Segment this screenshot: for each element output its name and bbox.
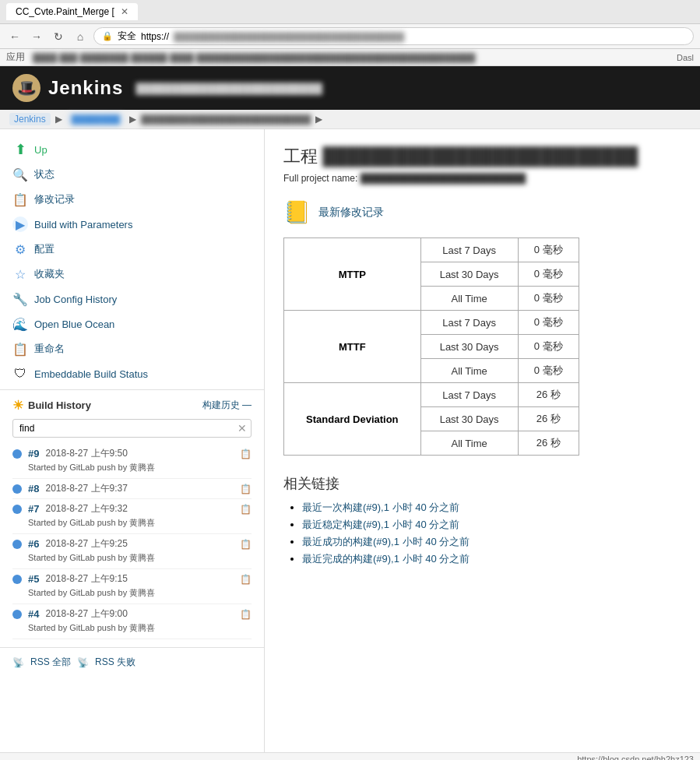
- stddev-30-value: 26 秒: [518, 407, 579, 431]
- jenkins-logo[interactable]: 🎩 Jenkins: [12, 74, 123, 102]
- mttf-7-value: 0 毫秒: [518, 311, 579, 335]
- build-5-link[interactable]: #5: [28, 573, 39, 585]
- sidebar-item-job-config[interactable]: 🔧 Job Config History: [0, 287, 264, 311]
- build-history-sun-icon: ☀: [12, 398, 23, 413]
- tab-close-button[interactable]: ✕: [121, 6, 128, 17]
- status-bar: https://blog.csdn.net/hh2hz123: [0, 752, 700, 760]
- build-9-status-dot: [12, 449, 22, 459]
- build-5-sub: Started by GitLab push by 黄腾喜: [12, 586, 252, 600]
- build-9-date: 2018-8-27 上午9:50: [45, 447, 234, 460]
- build-params-icon: ▶: [12, 216, 28, 232]
- build-7-status-dot: [12, 505, 22, 514]
- table-row-mttf-7: MTTF Last 7 Days 0 毫秒: [284, 311, 579, 335]
- home-button[interactable]: ⌂: [72, 28, 89, 45]
- sidebar-item-changes[interactable]: 📋 修改记录: [0, 187, 264, 212]
- related-link-1[interactable]: 最近一次构建(#9),1 小时 40 分之前: [302, 501, 459, 513]
- build-7-icon[interactable]: 📋: [240, 504, 252, 515]
- build-item-9-row: #9 2018-8-27 上午9:50 📋: [12, 447, 252, 460]
- address-bar[interactable]: 🔒 安全 https:// ██████████████████████████…: [93, 27, 694, 45]
- sidebar-item-embeddable[interactable]: 🛡 Embeddable Build Status: [0, 361, 264, 386]
- build-item-5: #5 2018-8-27 上午9:15 📋 Started by GitLab …: [12, 569, 252, 604]
- rename-icon: 📋: [12, 341, 28, 357]
- build-9-link[interactable]: #9: [28, 448, 39, 459]
- build-4-icon[interactable]: 📋: [240, 609, 252, 620]
- project-title-blurred: ██████████████████████████: [322, 146, 638, 167]
- build-search-container: ✕: [12, 419, 252, 438]
- jenkins-title: Jenkins: [48, 77, 123, 99]
- sidebar-item-blue-ocean[interactable]: 🌊 Open Blue Ocean: [0, 311, 264, 336]
- build-9-sub: Started by GitLab push by 黄腾喜: [12, 460, 252, 475]
- sidebar-item-configure[interactable]: ⚙ 配置: [0, 237, 264, 262]
- stddev-all-period: All Time: [420, 431, 518, 456]
- active-tab[interactable]: CC_Cvte.Paint_Merge [ ✕: [6, 3, 138, 20]
- related-link-2[interactable]: 最近稳定构建(#9),1 小时 40 分之前: [302, 519, 459, 530]
- mttf-30-period: Last 30 Days: [420, 335, 518, 359]
- build-6-icon[interactable]: 📋: [240, 539, 252, 550]
- main-content: 工程 ██████████████████████████ Full proje…: [265, 129, 700, 752]
- reload-button[interactable]: ↻: [50, 28, 67, 45]
- sidebar-item-rename[interactable]: 📋 重命名: [0, 336, 264, 361]
- table-row-stddev-7: Standard Deviation Last 7 Days 26 秒: [284, 383, 579, 407]
- build-5-icon[interactable]: 📋: [240, 574, 252, 585]
- header-project-blurred: ██████████████████████████: [135, 83, 322, 94]
- breadcrumb-jenkins[interactable]: Jenkins: [9, 113, 51, 125]
- embeddable-icon: 🛡: [12, 366, 28, 382]
- sidebar-label-blue-ocean: Open Blue Ocean: [34, 318, 114, 330]
- build-7-date: 2018-8-27 上午9:32: [45, 502, 234, 515]
- mttf-header: MTTF: [284, 311, 421, 383]
- build-item-4-row: #4 2018-8-27 上午9:00 📋: [12, 607, 252, 621]
- build-4-link[interactable]: #4: [28, 608, 39, 620]
- rss-fail-icon: 📡: [77, 657, 89, 668]
- recent-changes-area: 📒 最新修改记录: [283, 199, 681, 225]
- related-links-list: 最近一次构建(#9),1 小时 40 分之前 最近稳定构建(#9),1 小时 4…: [283, 501, 681, 566]
- rss-fail-link[interactable]: RSS 失败: [95, 656, 135, 669]
- full-name-label: Full project name:: [283, 173, 357, 184]
- build-item-7: #7 2018-8-27 上午9:32 📋 Started by GitLab …: [12, 499, 252, 534]
- status-icon: 🔍: [12, 167, 28, 182]
- mttr-30-period: Last 30 Days: [420, 262, 518, 287]
- stddev-7-period: Last 7 Days: [420, 383, 518, 407]
- build-history-link[interactable]: 构建历史 —: [202, 399, 252, 412]
- tab-title: CC_Cvte.Paint_Merge [: [16, 6, 114, 17]
- list-item: 最近稳定构建(#9),1 小时 40 分之前: [302, 518, 681, 532]
- rss-all-link[interactable]: RSS 全部: [30, 656, 71, 669]
- build-6-sub: Started by GitLab push by 黄腾喜: [12, 551, 252, 565]
- project-full-name: Full project name: █████████████████████…: [283, 173, 681, 184]
- recent-changes-link[interactable]: 最新修改记录: [318, 206, 384, 220]
- related-link-3[interactable]: 最近成功的构建(#9),1 小时 40 分之前: [302, 536, 470, 547]
- stats-table: MTTР Last 7 Days 0 毫秒 Last 30 Days 0 毫秒 …: [283, 238, 579, 456]
- back-button[interactable]: ←: [6, 28, 23, 45]
- breadcrumb-item1[interactable]: ████████: [67, 114, 125, 125]
- build-8-icon[interactable]: 📋: [240, 484, 252, 494]
- mttr-all-period: All Time: [420, 287, 518, 311]
- sidebar-item-status[interactable]: 🔍 状态: [0, 162, 264, 187]
- build-history-title: ☀ Build History: [12, 398, 91, 413]
- sidebar-item-up[interactable]: ⬆ Up: [0, 137, 264, 162]
- mttr-header: MTTР: [284, 238, 421, 311]
- jenkins-header: 🎩 Jenkins ██████████████████████████: [0, 66, 700, 110]
- favorites-icon: ☆: [12, 266, 28, 282]
- build-history-label: Build History: [28, 399, 91, 411]
- forward-button[interactable]: →: [28, 28, 45, 45]
- build-7-link[interactable]: #7: [28, 503, 39, 515]
- sidebar-item-build-params[interactable]: ▶ Build with Parameters: [0, 212, 264, 237]
- stddev-7-value: 26 秒: [518, 383, 579, 407]
- sidebar-label-up: Up: [34, 144, 47, 156]
- project-title: 工程 ██████████████████████████: [283, 145, 681, 168]
- browser-tab-bar: CC_Cvte.Paint_Merge [ ✕: [0, 0, 700, 24]
- related-link-4[interactable]: 最近完成的构建(#9),1 小时 40 分之前: [302, 553, 470, 565]
- build-item-4: #4 2018-8-27 上午9:00 📋 Started by GitLab …: [12, 604, 252, 639]
- sidebar-item-favorites[interactable]: ☆ 收藏夹: [0, 262, 264, 287]
- build-search-input[interactable]: [12, 419, 252, 438]
- mttr-7-period: Last 7 Days: [420, 238, 518, 262]
- build-6-link[interactable]: #6: [28, 538, 39, 550]
- related-links-section: 相关链接 最近一次构建(#9),1 小时 40 分之前 最近稳定构建(#9),1…: [283, 474, 681, 566]
- build-item-5-row: #5 2018-8-27 上午9:15 📋: [12, 572, 252, 586]
- search-clear-button[interactable]: ✕: [237, 422, 247, 435]
- breadcrumb-item2: ████████████████████████████: [141, 114, 311, 124]
- sidebar-label-favorites: 收藏夹: [34, 267, 65, 281]
- breadcrumb-sep2: ▶: [129, 114, 136, 125]
- build-9-icon[interactable]: 📋: [240, 449, 252, 459]
- build-8-link[interactable]: #8: [28, 483, 39, 494]
- build-6-status-dot: [12, 540, 22, 549]
